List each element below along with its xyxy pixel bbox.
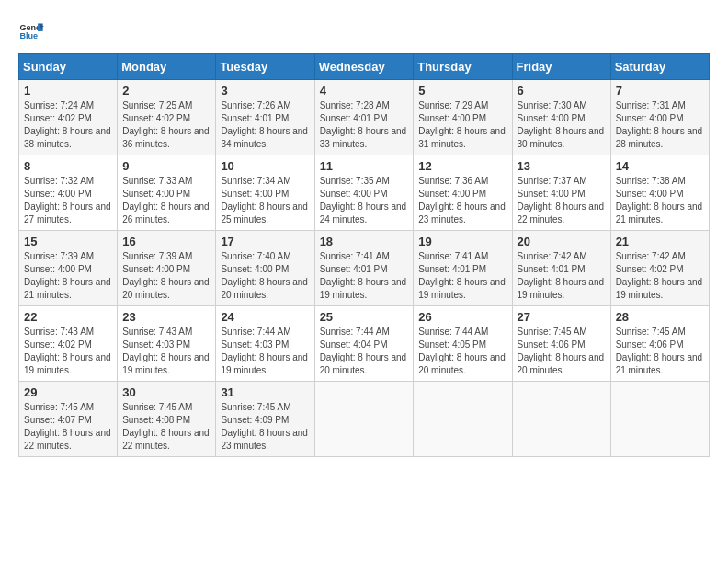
sunrise-label: Sunrise: 7:41 AM <box>418 251 488 261</box>
day-info: Sunrise: 7:40 AM Sunset: 4:00 PM Dayligh… <box>221 250 309 302</box>
day-number: 7 <box>616 84 704 98</box>
day-cell-3: 3 Sunrise: 7:26 AM Sunset: 4:01 PM Dayli… <box>216 80 314 155</box>
day-cell-24: 24 Sunrise: 7:44 AM Sunset: 4:03 PM Dayl… <box>216 306 314 382</box>
day-cell-26: 26 Sunrise: 7:44 AM Sunset: 4:05 PM Dayl… <box>414 306 512 382</box>
day-info: Sunrise: 7:44 AM Sunset: 4:04 PM Dayligh… <box>320 326 409 377</box>
daylight-label: Daylight: 8 hours and 20 minutes. <box>221 277 308 300</box>
sunrise-label: Sunrise: 7:36 AM <box>418 176 488 186</box>
day-info: Sunrise: 7:45 AM Sunset: 4:08 PM Dayligh… <box>122 401 210 453</box>
daylight-label: Daylight: 8 hours and 19 minutes. <box>518 277 605 300</box>
daylight-label: Daylight: 8 hours and 20 minutes. <box>320 352 407 375</box>
day-cell-28: 28 Sunrise: 7:45 AM Sunset: 4:06 PM Dayl… <box>610 306 709 382</box>
column-header-monday: Monday <box>118 54 216 80</box>
day-number: 29 <box>24 385 112 399</box>
day-number: 30 <box>122 385 210 399</box>
sunset-label: Sunset: 4:04 PM <box>320 339 388 350</box>
week-row-3: 15 Sunrise: 7:39 AM Sunset: 4:00 PM Dayl… <box>19 231 710 306</box>
day-info: Sunrise: 7:45 AM Sunset: 4:07 PM Dayligh… <box>24 401 112 453</box>
sunset-label: Sunset: 4:00 PM <box>221 264 289 274</box>
column-header-wednesday: Wednesday <box>314 54 414 80</box>
day-info: Sunrise: 7:45 AM Sunset: 4:09 PM Dayligh… <box>221 401 309 453</box>
sunset-label: Sunset: 4:00 PM <box>518 189 586 199</box>
day-info: Sunrise: 7:32 AM Sunset: 4:00 PM Dayligh… <box>24 175 112 226</box>
daylight-label: Daylight: 8 hours and 22 minutes. <box>518 201 605 224</box>
daylight-label: Daylight: 8 hours and 19 minutes. <box>616 277 703 300</box>
sunrise-label: Sunrise: 7:45 AM <box>221 402 290 412</box>
week-row-2: 8 Sunrise: 7:32 AM Sunset: 4:00 PM Dayli… <box>19 155 710 231</box>
daylight-label: Daylight: 8 hours and 22 minutes. <box>122 428 210 451</box>
day-number: 21 <box>616 235 704 248</box>
empty-cell <box>512 382 610 457</box>
sunset-label: Sunset: 4:02 PM <box>122 113 190 123</box>
sunrise-label: Sunrise: 7:24 AM <box>24 100 94 110</box>
sunset-label: Sunset: 4:05 PM <box>418 339 486 350</box>
daylight-label: Daylight: 8 hours and 26 minutes. <box>122 201 210 224</box>
sunrise-label: Sunrise: 7:39 AM <box>122 251 192 261</box>
week-row-5: 29 Sunrise: 7:45 AM Sunset: 4:07 PM Dayl… <box>19 382 710 457</box>
day-cell-19: 19 Sunrise: 7:41 AM Sunset: 4:01 PM Dayl… <box>414 231 512 306</box>
sunrise-label: Sunrise: 7:26 AM <box>221 100 290 110</box>
sunset-label: Sunset: 4:03 PM <box>221 339 289 350</box>
day-cell-14: 14 Sunrise: 7:38 AM Sunset: 4:00 PM Dayl… <box>610 155 709 231</box>
logo: General Blue <box>18 18 48 44</box>
sunset-label: Sunset: 4:01 PM <box>320 113 388 123</box>
day-cell-12: 12 Sunrise: 7:36 AM Sunset: 4:00 PM Dayl… <box>414 155 512 231</box>
daylight-label: Daylight: 8 hours and 27 minutes. <box>24 201 111 224</box>
daylight-label: Daylight: 8 hours and 20 minutes. <box>518 352 605 375</box>
empty-cell <box>314 382 414 457</box>
calendar-table: SundayMondayTuesdayWednesdayThursdayFrid… <box>18 53 710 457</box>
sunrise-label: Sunrise: 7:43 AM <box>122 327 192 337</box>
sunrise-label: Sunrise: 7:42 AM <box>616 251 686 261</box>
week-row-4: 22 Sunrise: 7:43 AM Sunset: 4:02 PM Dayl… <box>19 306 710 382</box>
daylight-label: Daylight: 8 hours and 31 minutes. <box>418 126 506 149</box>
day-cell-6: 6 Sunrise: 7:30 AM Sunset: 4:00 PM Dayli… <box>512 80 610 155</box>
day-info: Sunrise: 7:25 AM Sunset: 4:02 PM Dayligh… <box>122 99 210 151</box>
day-number: 26 <box>418 310 506 324</box>
sunrise-label: Sunrise: 7:44 AM <box>418 327 488 337</box>
daylight-label: Daylight: 8 hours and 20 minutes. <box>418 352 506 375</box>
day-info: Sunrise: 7:39 AM Sunset: 4:00 PM Dayligh… <box>24 250 112 302</box>
sunrise-label: Sunrise: 7:43 AM <box>24 327 94 337</box>
day-number: 5 <box>418 84 506 98</box>
sunrise-label: Sunrise: 7:45 AM <box>122 402 192 412</box>
sunrise-label: Sunrise: 7:38 AM <box>616 176 686 186</box>
sunrise-label: Sunrise: 7:37 AM <box>518 176 587 186</box>
sunset-label: Sunset: 4:00 PM <box>418 113 486 123</box>
day-number: 24 <box>221 310 309 324</box>
daylight-label: Daylight: 8 hours and 25 minutes. <box>221 201 308 224</box>
daylight-label: Daylight: 8 hours and 33 minutes. <box>320 126 407 149</box>
day-number: 23 <box>122 310 210 324</box>
daylight-label: Daylight: 8 hours and 28 minutes. <box>616 126 703 149</box>
sunrise-label: Sunrise: 7:31 AM <box>616 100 686 110</box>
day-info: Sunrise: 7:44 AM Sunset: 4:05 PM Dayligh… <box>418 326 506 377</box>
sunset-label: Sunset: 4:00 PM <box>24 189 92 199</box>
day-cell-7: 7 Sunrise: 7:31 AM Sunset: 4:00 PM Dayli… <box>610 80 709 155</box>
day-number: 14 <box>616 159 704 173</box>
empty-cell <box>414 382 512 457</box>
day-info: Sunrise: 7:29 AM Sunset: 4:00 PM Dayligh… <box>418 99 506 151</box>
day-number: 19 <box>418 235 506 248</box>
day-info: Sunrise: 7:37 AM Sunset: 4:00 PM Dayligh… <box>518 175 606 226</box>
day-number: 13 <box>518 159 606 173</box>
day-cell-17: 17 Sunrise: 7:40 AM Sunset: 4:00 PM Dayl… <box>216 231 314 306</box>
day-number: 10 <box>221 159 309 173</box>
day-number: 17 <box>221 235 309 248</box>
day-number: 28 <box>616 310 704 324</box>
day-info: Sunrise: 7:45 AM Sunset: 4:06 PM Dayligh… <box>616 326 704 377</box>
sunrise-label: Sunrise: 7:45 AM <box>518 327 587 337</box>
day-cell-1: 1 Sunrise: 7:24 AM Sunset: 4:02 PM Dayli… <box>19 80 118 155</box>
daylight-label: Daylight: 8 hours and 21 minutes. <box>616 352 703 375</box>
sunset-label: Sunset: 4:00 PM <box>122 189 190 199</box>
day-number: 4 <box>320 84 409 98</box>
column-header-saturday: Saturday <box>610 54 709 80</box>
sunrise-label: Sunrise: 7:32 AM <box>24 176 94 186</box>
day-info: Sunrise: 7:45 AM Sunset: 4:06 PM Dayligh… <box>518 326 606 377</box>
sunset-label: Sunset: 4:01 PM <box>221 113 289 123</box>
day-cell-4: 4 Sunrise: 7:28 AM Sunset: 4:01 PM Dayli… <box>314 80 414 155</box>
day-info: Sunrise: 7:38 AM Sunset: 4:00 PM Dayligh… <box>616 175 704 226</box>
daylight-label: Daylight: 8 hours and 30 minutes. <box>518 126 605 149</box>
day-cell-22: 22 Sunrise: 7:43 AM Sunset: 4:02 PM Dayl… <box>19 306 118 382</box>
day-cell-8: 8 Sunrise: 7:32 AM Sunset: 4:00 PM Dayli… <box>19 155 118 231</box>
sunset-label: Sunset: 4:00 PM <box>320 189 388 199</box>
sunset-label: Sunset: 4:02 PM <box>24 339 92 350</box>
